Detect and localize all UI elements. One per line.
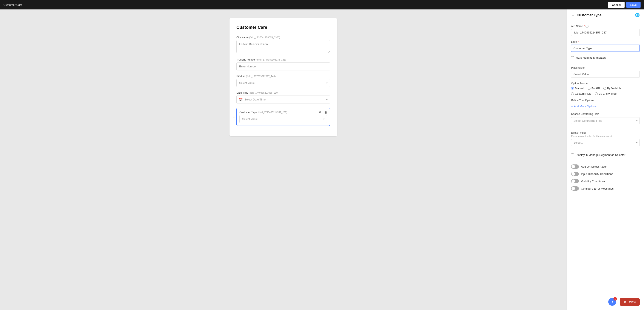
choose-controlling-section: Choose Controlling Field Select Controll… [571,113,640,124]
radio-by-api-input[interactable] [588,87,590,90]
radio-by-variable-label: By Variable [607,87,622,90]
product-select[interactable]: Select Value [236,79,330,87]
radio-manual-input[interactable] [571,87,574,90]
display-selector-label: Display in Manage Segment as Selector [576,153,625,156]
notification-icon: ✦ [611,300,614,304]
copy-field-button[interactable]: ⧉ [318,110,322,114]
radio-custom-field-input[interactable] [571,92,574,95]
trash-icon: 🗑 [624,300,626,304]
radio-custom-field-label: Custom Field [575,92,592,95]
save-button[interactable]: Save [626,2,640,8]
notification-count: 1 [614,297,617,301]
panel-body: API Name * i Label * Mark Field as Manda… [567,21,644,197]
delete-field-button[interactable]: 🗑 [323,110,328,114]
visibility-toggle[interactable] [571,179,579,183]
placeholder-section: Placeholder [571,66,640,78]
customer-type-select[interactable]: Select Value [240,115,327,123]
display-selector-row: Display in Manage Segment as Selector [571,153,640,156]
define-options-section: Define Your Options + Add More Options [571,99,640,109]
field-product: Product (field_1737389222017_143) Select… [236,75,330,87]
radio-by-entity-type: By Entity Type [595,92,617,95]
city-name-textarea[interactable] [236,40,330,53]
radio-by-api: By API [588,87,600,90]
customer-type-select-wrapper: Select Value ▾ [240,115,327,123]
radio-manual-label: Manual [575,87,584,90]
datetime-select-wrapper: 📅 Select Date Time ▾ [236,96,330,104]
api-name-input[interactable] [571,29,640,36]
api-name-label: API Name * i [571,25,640,28]
canvas-area: Customer Care City Name (field_173704195… [0,9,566,310]
display-selector-checkbox[interactable] [571,154,574,156]
radio-custom-field: Custom Field [571,92,592,95]
toggle-input-disability: Input Disability Conditions [571,172,640,176]
mark-mandatory-row: Mark Field as Mandatory [571,56,640,59]
default-value-section: Default Value Pre-populated value for th… [571,131,640,146]
add-on-select-toggle[interactable] [571,164,579,169]
default-value-title: Default Value [571,131,640,134]
default-value-wrapper: Select... ▾ [571,139,640,146]
label-input[interactable] [571,45,640,52]
field-label-tracking-number: Tracking number (field_1737389198933_131… [236,58,330,61]
cancel-button[interactable]: Cancel [608,2,625,8]
option-source-radio-group: Manual By API By Variable Custom Field [571,87,640,95]
field-label-date-time: Date Time (field_1740465203058_219) [236,91,330,94]
radio-manual: Manual [571,87,584,90]
panel-header-left: ← Customer Type [571,13,602,17]
right-panel: ← Customer Type 🌐 API Name * i Label * [566,9,644,310]
toggle-visibility: Visibility Conditions [571,179,640,183]
label-section: Label * [571,40,640,52]
field-customer-type-active: ⠿ ⧉ 🗑 Customer Type (field_1740465214357… [236,108,330,126]
mark-mandatory-checkbox[interactable] [571,56,574,59]
field-date-time: Date Time (field_1740465203058_219) 📅 Se… [236,91,330,104]
panel-back-button[interactable]: ← [571,13,574,17]
label-label: Label * [571,40,640,43]
radio-by-api-label: By API [592,87,600,90]
toggle-configure-error: Configure Error Messages [571,186,640,191]
panel-header: ← Customer Type 🌐 [567,9,644,21]
divider-1 [571,63,640,63]
tracking-number-input[interactable] [236,62,330,70]
topbar-actions: Cancel Save [608,2,640,8]
default-value-select[interactable]: Select... [571,139,640,146]
placeholder-input[interactable] [571,71,640,78]
input-disability-toggle[interactable] [571,172,579,176]
datetime-select[interactable]: Select Date Time [236,96,330,104]
api-name-section: API Name * i [571,25,640,36]
divider-2 [571,128,640,128]
add-more-options-button[interactable]: + Add More Options [571,104,596,109]
field-label-customer-type: Customer Type (field_1740465214357_237) [240,111,327,114]
panel-title: Customer Type [577,13,602,17]
controlling-field-wrapper: Select Controlling Field ▾ [571,117,640,124]
calendar-icon: 📅 [239,98,243,101]
toggles-section: Add On Select Action Input Disability Co… [571,164,640,191]
form-card: Customer Care City Name (field_173704195… [230,18,337,136]
controlling-field-select[interactable]: Select Controlling Field [571,117,640,124]
plus-icon: + [571,104,573,108]
default-value-sub: Pre-populated value for the component [571,135,640,137]
delete-button[interactable]: 🗑 Delete [620,298,640,306]
radio-by-entity-type-label: By Entity Type [599,92,617,95]
field-label-product: Product (field_1737389222017_143) [236,75,330,78]
notification-badge[interactable]: ✦ 1 [608,298,616,306]
radio-by-variable: By Variable [603,87,622,90]
main-layout: Customer Care City Name (field_173704195… [0,9,644,310]
delete-btn-container: ✦ 1 🗑 Delete [620,298,640,306]
drag-handle-icon[interactable]: ⠿ [232,115,235,119]
option-source-title: Option Source [571,82,640,85]
topbar: Customer Care Cancel Save [0,0,644,9]
globe-button[interactable]: 🌐 [635,13,640,18]
divider-4 [571,161,640,161]
toggle-add-on-select: Add On Select Action [571,164,640,169]
field-label-city-name: City Name (field_1737041950025_3363) [236,36,330,39]
field-action-buttons: ⧉ 🗑 [318,110,328,114]
form-card-title: Customer Care [236,25,330,30]
option-source-section: Option Source Manual By API By Variable [571,82,640,95]
divider-3 [571,150,640,150]
radio-by-entity-type-input[interactable] [595,92,598,95]
radio-by-variable-input[interactable] [603,87,606,90]
field-tracking-number: Tracking number (field_1737389198933_131… [236,58,330,70]
define-options-title: Define Your Options [571,99,640,102]
product-select-wrapper: Select Value ▾ [236,79,330,87]
configure-error-toggle[interactable] [571,186,579,191]
api-name-info-icon[interactable]: i [586,25,588,28]
